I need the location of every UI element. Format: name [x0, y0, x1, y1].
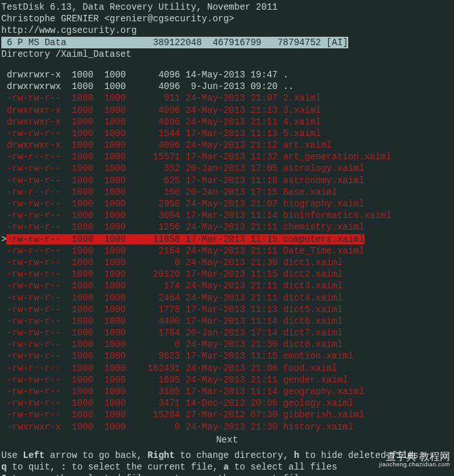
- directory-path: Directory /Xaiml_Dataset: [1, 48, 453, 60]
- file-row[interactable]: -rw-rw-r-- 1000 1000 1256 24-May-2013 21…: [1, 221, 453, 233]
- file-entry: -rw-rw-r-- 1000 1000 0 24-May-2013 21:30…: [6, 257, 342, 268]
- file-entry: -rw-rw-r-- 1000 1000 1784 20-Jan-2013 17…: [6, 328, 342, 338]
- file-entry: -rw-rw-r-- 1000 1000 9623 17-Mar-2013 11…: [6, 351, 353, 361]
- file-row[interactable]: -rw-rw-r-- 1000 1000 174 24-May-2013 21:…: [1, 280, 453, 292]
- file-entry: -rw-rw-r-- 1000 1000 3471 14-Dec-2012 20…: [6, 398, 353, 408]
- file-entry: -rw-rw-r-- 1000 1000 4400 17-Mar-2013 11…: [6, 316, 342, 326]
- file-list[interactable]: drwxrwxr-x 1000 1000 4096 14-May-2013 19…: [1, 69, 453, 433]
- file-row[interactable]: -rw-rw-r-- 1000 1000 3105 17-Mar-2013 11…: [1, 386, 453, 397]
- file-entry: -rw-rw-r-- 1000 1000 2464 24-May-2013 21…: [6, 293, 342, 303]
- file-row[interactable]: -rw-r--r-- 1000 1000 15571 17-Mar-2013 1…: [1, 151, 453, 163]
- file-entry: drwxrwxrwx 1000 1000 4096 9-Jun-2013 09:…: [6, 81, 293, 92]
- file-entry: -rw-rw-r-- 1000 1000 20120 17-Mar-2013 1…: [6, 269, 342, 279]
- file-row[interactable]: -rw-r--r-- 1000 1000 2164 24-May-2013 21…: [1, 245, 453, 257]
- file-entry: -rw-rw-r-- 1000 1000 352 20-Jan-2013 17:…: [6, 163, 364, 174]
- help-footer: Use Left arrow to go back, Right to chan…: [1, 450, 453, 476]
- file-entry: -rw-rw-r-- 1000 1000 1256 24-May-2013 21…: [6, 222, 364, 232]
- file-entry: drwxrwxr-x 1000 1000 4096 24-May-2013 21…: [6, 140, 331, 150]
- file-row[interactable]: -rw-rw-r-- 1000 1000 15284 27-Mar-2012 0…: [1, 409, 453, 421]
- help-key: Right: [148, 450, 175, 461]
- file-entry: -rw-r--r-- 1000 1000 162491 24-May-2013 …: [6, 363, 337, 373]
- file-row[interactable]: >-rw-rw-r-- 1000 1000 11858 17-Mar-2013 …: [1, 233, 453, 245]
- file-row[interactable]: drwxrwxr-x 1000 1000 4096 24-May-2013 21…: [1, 139, 453, 151]
- help-key: :: [61, 462, 66, 472]
- file-row[interactable]: -rw-rw-r-- 1000 1000 20120 17-Mar-2013 1…: [1, 268, 453, 280]
- file-entry: -rw-rw-r-- 1000 1000 3694 17-Mar-2013 11…: [6, 210, 391, 221]
- file-entry: -rw-rw-r-- 1000 1000 15284 27-Mar-2012 0…: [6, 410, 364, 420]
- file-row[interactable]: -rw-rw-r-- 1000 1000 9623 17-Mar-2013 11…: [1, 350, 453, 362]
- help-key: q: [1, 462, 6, 472]
- partition-info: 6 P MS Data 389122048 467916799 78794752…: [1, 37, 348, 48]
- file-entry: -rw-rw-r-- 1000 1000 11858 17-Mar-2013 1…: [6, 234, 364, 244]
- file-row[interactable]: -rw-rw-r-- 1000 1000 4400 17-Mar-2013 11…: [1, 315, 453, 327]
- file-entry: -rw-r--r-- 1000 1000 2164 24-May-2013 21…: [6, 246, 364, 256]
- next-indicator[interactable]: Next: [1, 434, 453, 446]
- file-row[interactable]: -rw-rw-r-- 1000 1000 2464 24-May-2013 21…: [1, 292, 453, 304]
- file-row[interactable]: drwxrwxr-x 1000 1000 4096 24-May-2013 21…: [1, 116, 453, 128]
- file-entry: drwxrwxr-x 1000 1000 4096 14-May-2013 19…: [6, 70, 288, 80]
- help-key: c: [164, 473, 169, 476]
- file-row[interactable]: -rw-rw-r-- 1000 1000 1784 20-Jan-2013 17…: [1, 327, 453, 339]
- help-key: Left: [23, 450, 45, 461]
- file-row[interactable]: -rw-rw-r-- 1000 1000 911 24-May-2013 21:…: [1, 92, 453, 104]
- file-entry: -rw-rw-r-- 1000 1000 1695 24-May-2013 21…: [6, 375, 348, 385]
- file-entry: -rw-rw-r-- 1000 1000 625 17-Mar-2013 11:…: [6, 175, 364, 186]
- file-row[interactable]: drwxrwxr-x 1000 1000 4096 14-May-2013 19…: [1, 69, 453, 81]
- file-row[interactable]: -rwxrwxr-x 1000 1000 0 24-May-2013 21:30…: [1, 421, 453, 433]
- file-row[interactable]: drwxrwxr-x 1000 1000 4096 24-May-2013 21…: [1, 104, 453, 116]
- header-version: TestDisk 6.13, Data Recovery Utility, No…: [1, 1, 453, 13]
- file-entry: -rw-r--r-- 1000 1000 15571 17-Mar-2013 1…: [6, 152, 391, 162]
- file-entry: -rw-rw-r-- 1000 1000 2958 24-May-2013 21…: [6, 199, 364, 209]
- file-row[interactable]: -rw-r--r-- 1000 1000 160 20-Jan-2013 17:…: [1, 186, 453, 198]
- file-entry: -rw-rw-r-- 1000 1000 174 24-May-2013 21:…: [6, 281, 342, 291]
- file-entry: -rw-rw-r-- 1000 1000 1778 17-Mar-2013 11…: [6, 304, 342, 315]
- file-row[interactable]: -rw-rw-r-- 1000 1000 1778 17-Mar-2013 11…: [1, 304, 453, 315]
- file-row[interactable]: -rw-rw-r-- 1000 1000 1695 24-May-2013 21…: [1, 374, 453, 386]
- file-row[interactable]: -rw-rw-r-- 1000 1000 0 24-May-2013 21:30…: [1, 339, 453, 350]
- file-row[interactable]: -rw-rw-r-- 1000 1000 0 24-May-2013 21:30…: [1, 257, 453, 268]
- file-entry: drwxrwxr-x 1000 1000 4096 24-May-2013 21…: [6, 117, 321, 127]
- file-entry: -rw-rw-r-- 1000 1000 0 24-May-2013 21:30…: [6, 339, 342, 350]
- file-row[interactable]: -rw-rw-r-- 1000 1000 2958 24-May-2013 21…: [1, 198, 453, 210]
- file-entry: -rw-r--r-- 1000 1000 160 20-Jan-2013 17:…: [6, 187, 337, 197]
- file-row[interactable]: -rw-r--r-- 1000 1000 162491 24-May-2013 …: [1, 362, 453, 374]
- file-entry: -rw-rw-r-- 1000 1000 911 24-May-2013 21:…: [6, 93, 321, 103]
- header-author: Christophe GRENIER <grenier@cgsecurity.o…: [1, 13, 453, 25]
- help-key: h: [294, 450, 299, 461]
- file-row[interactable]: -rw-rw-r-- 1000 1000 352 20-Jan-2013 17:…: [1, 163, 453, 174]
- file-row[interactable]: -rw-rw-r-- 1000 1000 1544 17-Mar-2013 11…: [1, 128, 453, 139]
- file-entry: -rw-rw-r-- 1000 1000 3105 17-Mar-2013 11…: [6, 386, 364, 397]
- file-entry: -rwxrwxr-x 1000 1000 0 24-May-2013 21:30…: [6, 422, 353, 432]
- file-entry: -rw-rw-r-- 1000 1000 1544 17-Mar-2013 11…: [6, 128, 321, 139]
- file-row[interactable]: -rw-rw-r-- 1000 1000 625 17-Mar-2013 11:…: [1, 175, 453, 186]
- help-key: C: [1, 473, 6, 476]
- file-row[interactable]: drwxrwxrwx 1000 1000 4096 9-Jun-2013 09:…: [1, 81, 453, 92]
- file-row[interactable]: -rw-rw-r-- 1000 1000 3694 17-Mar-2013 11…: [1, 210, 453, 221]
- file-entry: drwxrwxr-x 1000 1000 4096 24-May-2013 21…: [6, 105, 321, 115]
- file-row[interactable]: -rw-rw-r-- 1000 1000 3471 14-Dec-2012 20…: [1, 397, 453, 409]
- header-url: http://www.cgsecurity.org: [1, 25, 453, 36]
- help-key: a: [223, 462, 228, 472]
